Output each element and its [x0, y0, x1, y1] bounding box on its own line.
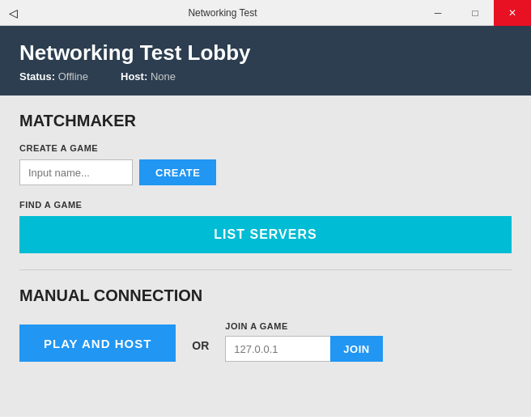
manual-connection-section: MANUAL CONNECTION PLAY AND HOST OR JOIN … — [19, 286, 512, 362]
host-value: None — [151, 70, 176, 83]
play-and-host-button[interactable]: PLAY AND HOST — [19, 325, 176, 362]
find-game-label: FIND A GAME — [19, 200, 512, 210]
minimize-button[interactable]: ─ — [419, 0, 457, 26]
app-title: Networking Test Lobby — [19, 40, 512, 66]
window-controls: ─ □ ✕ — [419, 0, 531, 26]
manual-connection-row: PLAY AND HOST OR JOIN A GAME JOIN — [19, 321, 512, 362]
create-game-label: CREATE A GAME — [19, 143, 512, 153]
join-game-section: JOIN A GAME JOIN — [225, 321, 382, 362]
join-row: JOIN — [225, 336, 382, 362]
main-content: MATCHMAKER CREATE A GAME CREATE FIND A G… — [0, 95, 531, 417]
restore-button[interactable]: □ — [457, 0, 494, 26]
or-separator: OR — [192, 339, 209, 362]
status-value: Offline — [58, 70, 88, 83]
matchmaker-title: MATCHMAKER — [19, 112, 512, 130]
status-info: Status: Offline — [19, 70, 88, 83]
titlebar: ◁ Networking Test ─ □ ✕ — [0, 0, 531, 26]
create-button[interactable]: CREATE — [139, 159, 216, 185]
list-servers-button[interactable]: LIST SERVERS — [19, 216, 512, 253]
status-label: Status: — [19, 70, 55, 83]
window-title: Networking Test — [26, 7, 419, 19]
create-game-row: CREATE — [19, 159, 512, 185]
section-divider — [19, 269, 512, 270]
header-status-row: Status: Offline Host: None — [19, 70, 512, 83]
host-label: Host: — [121, 70, 147, 83]
join-game-label: JOIN A GAME — [225, 321, 382, 331]
app-header: Networking Test Lobby Status: Offline Ho… — [0, 26, 531, 95]
matchmaker-section: MATCHMAKER CREATE A GAME CREATE FIND A G… — [19, 112, 512, 253]
ip-address-input[interactable] — [225, 336, 330, 362]
manual-connection-title: MANUAL CONNECTION — [19, 286, 512, 305]
join-button[interactable]: JOIN — [330, 336, 382, 362]
game-name-input[interactable] — [19, 159, 133, 185]
host-info: Host: None — [121, 70, 176, 83]
app-icon-symbol: ◁ — [9, 6, 18, 19]
close-button[interactable]: ✕ — [494, 0, 531, 26]
app-icon: ◁ — [0, 0, 26, 26]
